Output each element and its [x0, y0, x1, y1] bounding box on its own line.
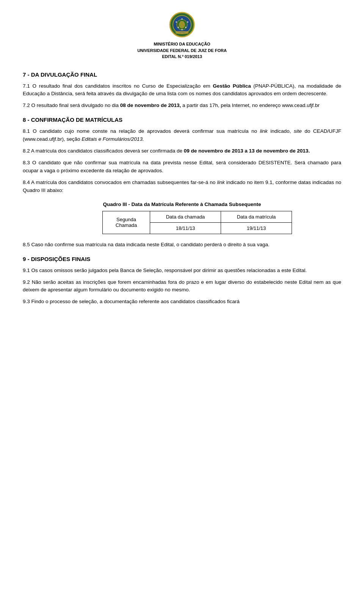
section8-title: 8 - CONFIRMAÇÃO DE MATRÍCULAS — [23, 116, 341, 123]
table-col-header-data-matricula: Data da matrícula — [221, 211, 292, 222]
p9-3: 9.3 Findo o processo de seleção, a docum… — [23, 298, 341, 306]
svg-point-6 — [182, 19, 183, 20]
p8-1: 8.1 O candidato cujo nome conste na rela… — [23, 127, 341, 143]
table-cell-chamada-label: SegundaChamada — [103, 211, 150, 234]
svg-point-5 — [187, 22, 188, 23]
p7-1: 7.1 O resultado final dos candidatos ins… — [23, 82, 341, 98]
page: MINISTÉRIO DA EDUCAÇÃO UNIVERSIDADE FEDE… — [0, 0, 364, 612]
p8-2: 8.2 A matrícula dos candidatos classific… — [23, 147, 341, 155]
table-cell-date-chamada: 18/11/13 — [150, 222, 221, 234]
table-col-header-data-chamada: Data da chamada — [150, 211, 221, 222]
section9-title: 9 - DISPOSIÇÕES FINAIS — [23, 256, 341, 262]
p9-1: 9.1 Os casos omissos serão julgados pela… — [23, 267, 341, 275]
p8-3: 8.3 O candidato que não confirmar sua ma… — [23, 159, 341, 175]
ministry-name: MINISTÉRIO DA EDUCAÇÃO UNIVERSIDADE FEDE… — [23, 41, 341, 60]
p7-2: 7.2 O resultado final será divulgado no … — [23, 102, 341, 110]
section7-title: 7 - DA DIVULGAÇÃO FINAL — [23, 71, 341, 78]
svg-rect-10 — [176, 31, 188, 34]
svg-point-4 — [176, 22, 177, 23]
crest-icon — [169, 11, 195, 38]
table-cell-date-matricula: 19/11/13 — [221, 222, 292, 234]
svg-point-7 — [178, 27, 179, 28]
svg-point-3 — [179, 21, 185, 28]
svg-point-9 — [182, 29, 183, 30]
p8-5: 8.5 Caso não confirme sua matrícula na d… — [23, 241, 341, 249]
table-container: SegundaChamada Data da chamada Data da m… — [53, 211, 341, 234]
schedule-table: SegundaChamada Data da chamada Data da m… — [102, 211, 292, 234]
header: MINISTÉRIO DA EDUCAÇÃO UNIVERSIDADE FEDE… — [23, 11, 341, 60]
svg-point-8 — [185, 27, 187, 28]
table-title: Quadro III - Data da Matrícula Referente… — [23, 201, 341, 207]
table-header-row: SegundaChamada Data da chamada Data da m… — [103, 211, 292, 222]
p8-4: 8.4 A matrícula dos candidatos convocado… — [23, 179, 341, 195]
p9-2: 9.2 Não serão aceitas as inscrições que … — [23, 278, 341, 294]
